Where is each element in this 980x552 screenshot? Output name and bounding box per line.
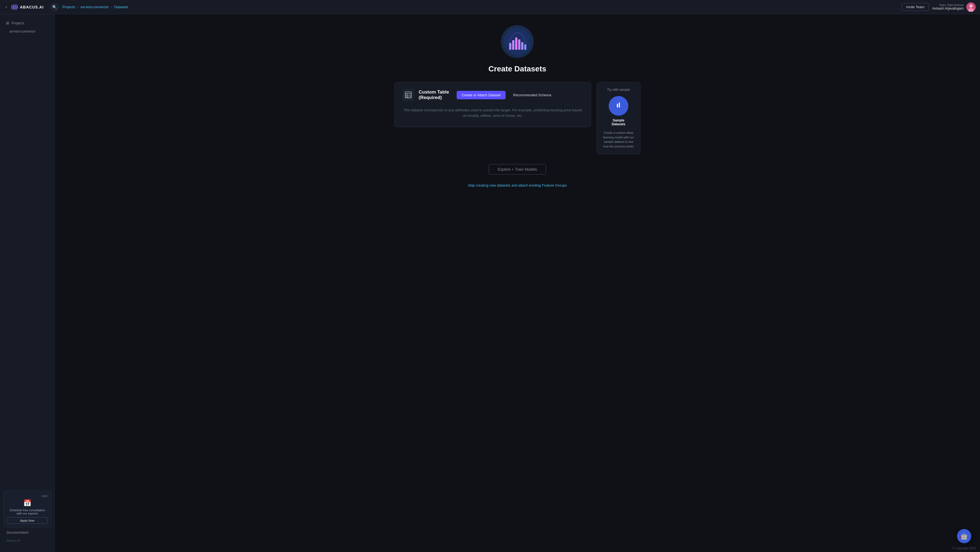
svg-rect-9 [524,44,527,50]
cards-container: Custom Table(Required) Create or Attach … [394,82,640,154]
dataset-actions: Create or Attach Dataset Recommended Sch… [457,91,551,99]
sidebar-item-projects[interactable]: ⊞ Projects [3,19,51,27]
dataset-title: Custom Table(Required) [418,89,449,101]
breadcrumb-current: Datasets [114,5,128,9]
search-icon: 🔍 [52,5,57,9]
breadcrumb: Projects > avi-test-connector > Datasets [62,5,128,9]
skip-link[interactable]: Skip creating new datasets and attach ex… [468,183,567,187]
dataset-title-group: Custom Table(Required) [418,89,452,101]
consultation-icon: 📅 [7,499,48,507]
svg-rect-8 [521,42,523,50]
breadcrumb-projects[interactable]: Projects [62,5,75,9]
sample-description: Create a custom deep learning model with… [601,131,636,148]
logo-bar-4 [16,4,16,10]
topnav: ‹ ABACUS.AI 🔍 Projects > avi-test-connec… [0,0,980,14]
dataset-icon [402,89,414,101]
sample-datasets-icon[interactable] [609,96,628,116]
ai-icon: 🤖 [960,532,968,540]
svg-rect-16 [619,102,620,107]
sample-card-title: Try with sample [601,88,636,92]
sidebar-section-projects: ⊞ Projects avi-test-connector [0,19,54,35]
logo-bar-5 [17,5,18,9]
logo-bar-2 [13,4,14,10]
avatar [966,2,975,12]
breadcrumb-sep-2: > [110,5,113,9]
sidebar-project-item[interactable]: avi-test-connector [6,28,48,35]
svg-rect-10 [405,92,411,98]
recommended-schema-link[interactable]: Recommended Schema [513,93,551,97]
svg-rect-6 [515,37,517,50]
ai-chat-bubble[interactable]: 🤖 [957,529,971,543]
table-icon [404,91,412,99]
consultation-text: Schedule free consultation with our expe… [7,509,48,515]
hero-logo-svg [504,28,531,55]
sidebar-projects-label: Projects [11,21,24,25]
logo-text: ABACUS.AI [20,5,44,9]
page-title: Create Datasets [488,65,546,73]
create-attach-button[interactable]: Create or Attach Dataset [457,91,505,99]
breadcrumb-project[interactable]: avi-test-connector [80,5,108,9]
projects-icon: ⊞ [6,21,9,25]
user-details: Team: Data Science Avinash Arjavalingam [932,3,964,10]
copyright: © Copyright 2023 [952,547,975,550]
avatar-image [966,2,975,12]
user-info[interactable]: Team: Data Science Avinash Arjavalingam [932,2,975,12]
sidebar-documentation[interactable]: Documentation [3,528,51,537]
sidebar: ⊞ Projects avi-test-connector Hide 📅 Sch… [0,14,55,552]
logo-bar-1 [11,5,12,9]
svg-rect-4 [509,43,511,50]
dataset-card-header: Custom Table(Required) Create or Attach … [402,89,583,101]
logo: ABACUS.AI [11,4,44,10]
main-content: Create Datasets Cus [55,14,980,552]
dataset-description: This dataset corresponds to any attribut… [402,105,583,120]
consultation-card: Hide 📅 Schedule free consultation with o… [3,491,51,527]
logo-bar-3 [14,5,15,9]
sample-label: SampleDatasets [601,118,636,126]
hide-consultation-button[interactable]: Hide [7,494,48,498]
user-team: Team: Data Science [932,3,964,6]
invite-team-button[interactable]: Invite Team [902,3,929,11]
sidebar-footer-label: Abacus.AI [3,537,51,544]
hero-logo [501,25,534,58]
dataset-card: Custom Table(Required) Create or Attach … [394,82,591,127]
svg-rect-15 [617,104,618,107]
svg-rect-7 [518,39,520,50]
sample-icon-svg [614,102,623,110]
logo-icon [11,4,18,10]
main-layout: ⊞ Projects avi-test-connector Hide 📅 Sch… [0,14,980,552]
sample-card: Try with sample SampleDatasets Create a … [597,82,640,154]
search-button[interactable]: 🔍 [50,3,59,11]
breadcrumb-sep-1: > [77,5,79,9]
svg-point-1 [969,4,973,8]
sample-label-2: Datasets [612,122,625,126]
explore-train-button[interactable]: Explore + Train Models [488,164,546,174]
back-button[interactable]: ‹ [5,3,8,11]
apply-now-button[interactable]: Apply Now [7,517,48,524]
sidebar-bottom: Hide 📅 Schedule free consultation with o… [0,487,54,548]
svg-rect-5 [512,40,514,50]
user-name: Avinash Arjavalingam [932,6,964,10]
